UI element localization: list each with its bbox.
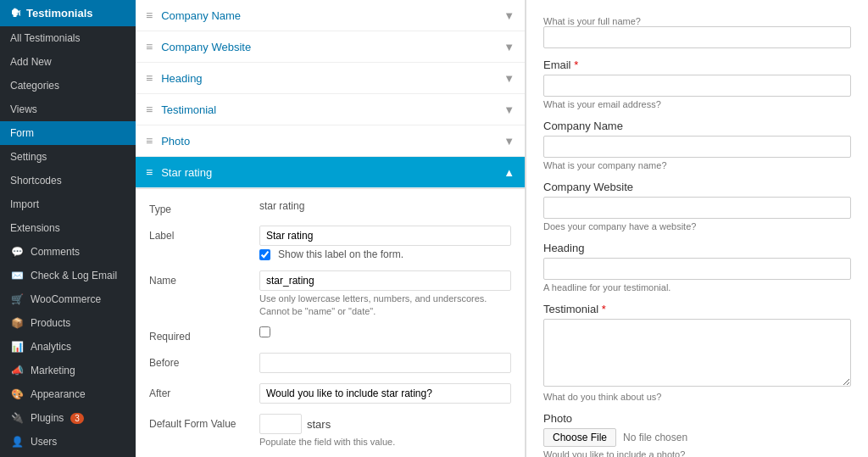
preview-heading-input[interactable] — [543, 258, 851, 280]
sidebar-item-extensions[interactable]: Extensions — [0, 216, 136, 240]
sidebar-item-tools[interactable]: 🔧 Tools — [0, 454, 136, 457]
required-field-label: Required — [149, 326, 259, 343]
sidebar-item-plugins[interactable]: 🔌 Plugins 3 — [0, 406, 136, 430]
preview-testimonial-textarea[interactable] — [543, 319, 851, 387]
preview-company-website: Company Website Does your company have a… — [543, 181, 851, 231]
sidebar-item-appearance[interactable]: 🎨 Appearance — [0, 382, 136, 406]
products-icon: 📦 — [10, 317, 24, 329]
name-hint-1: Use only lowercase letters, numbers, and… — [259, 293, 511, 304]
type-value: star rating — [259, 196, 304, 212]
default-form-stars-label: stars — [307, 418, 331, 431]
preview-fullname-input[interactable] — [543, 26, 851, 48]
sidebar-label-marketing: Marketing — [31, 365, 75, 376]
preview-photo: Photo Choose File No file chosen Would y… — [543, 412, 851, 457]
field-list: ≡ Company Name ▼ ≡ Company Website ▼ ≡ H… — [136, 0, 525, 189]
choose-file-button[interactable]: Choose File — [543, 428, 616, 447]
sidebar-item-marketing[interactable]: 📣 Marketing — [0, 359, 136, 382]
preview-fullname-hint: What is your full name? — [543, 16, 851, 26]
sidebar-item-woocommerce[interactable]: 🛒 WooCommerce — [0, 287, 136, 311]
field-label-company-website: Company Website — [161, 41, 504, 53]
detail-after-row: After — [149, 383, 511, 404]
woocommerce-icon: 🛒 — [10, 293, 24, 305]
sidebar-label-users: Users — [31, 436, 57, 448]
drag-handle-testimonial: ≡ — [146, 103, 153, 116]
field-label-photo: Photo — [161, 135, 504, 148]
sidebar-item-products[interactable]: 📦 Products — [0, 311, 136, 335]
detail-required-row: Required — [149, 326, 511, 343]
sidebar-item-add-new[interactable]: Add New — [0, 50, 136, 74]
form-editor-panel: ≡ Company Name ▼ ≡ Company Website ▼ ≡ H… — [136, 0, 526, 457]
chevron-star-rating: ▲ — [504, 166, 515, 179]
type-label: Type — [149, 199, 259, 215]
sidebar-item-users[interactable]: 👤 Users — [0, 430, 136, 454]
preview-company-name-label: Company Name — [543, 120, 851, 132]
preview-heading-hint: A headline for your testimonial. — [543, 282, 851, 293]
sidebar-item-form[interactable]: Form — [0, 121, 136, 145]
name-field-label: Name — [149, 270, 259, 287]
preview-company-name-hint: What is your company name? — [543, 160, 851, 170]
sidebar-item-views[interactable]: Views — [0, 98, 136, 121]
preview-company-website-input[interactable] — [543, 197, 851, 219]
preview-heading-label: Heading — [543, 242, 851, 254]
appearance-icon: 🎨 — [10, 388, 24, 400]
sidebar-item-shortcodes[interactable]: Shortcodes — [0, 169, 136, 192]
comments-icon: 💬 — [10, 246, 24, 258]
sidebar-item-analytics[interactable]: 📊 Analytics — [0, 335, 136, 359]
required-checkbox[interactable] — [259, 326, 270, 337]
field-row-photo[interactable]: ≡ Photo ▼ — [136, 125, 525, 157]
sidebar-label-products: Products — [31, 317, 70, 329]
sidebar-item-comments[interactable]: 💬 Comments — [0, 240, 136, 264]
detail-before-row: Before — [149, 353, 511, 373]
field-row-heading[interactable]: ≡ Heading ▼ — [136, 63, 525, 94]
field-row-company-name[interactable]: ≡ Company Name ▼ — [136, 0, 525, 31]
sidebar: 🗣 Testimonials All Testimonials Add New … — [0, 0, 136, 457]
drag-handle-company-name: ≡ — [146, 8, 153, 22]
drag-handle-photo: ≡ — [146, 134, 153, 148]
preview-company-name-input[interactable] — [543, 136, 851, 158]
sidebar-item-all-testimonials[interactable]: All Testimonials — [0, 26, 136, 50]
drag-handle-star-rating: ≡ — [146, 165, 153, 179]
chevron-company-name: ▼ — [504, 9, 515, 22]
field-row-company-website[interactable]: ≡ Company Website ▼ — [136, 31, 525, 63]
after-input[interactable] — [259, 383, 511, 404]
email-check-icon: ✉️ — [10, 270, 24, 281]
sidebar-label-woocommerce: WooCommerce — [31, 293, 101, 305]
sidebar-item-settings[interactable]: Settings — [0, 145, 136, 169]
show-label-checkbox[interactable] — [259, 249, 270, 260]
default-form-stars-input[interactable] — [259, 414, 302, 434]
sidebar-item-check-log-email[interactable]: ✉️ Check & Log Email — [0, 264, 136, 287]
label-input[interactable] — [259, 226, 511, 246]
field-row-star-rating[interactable]: ≡ Star rating ▲ — [136, 157, 525, 188]
preview-photo-hint: Would you like to include a photo? — [543, 449, 851, 457]
sidebar-title: Testimonials — [26, 7, 93, 20]
preview-email-label: Email * — [543, 59, 851, 71]
plugins-badge: 3 — [70, 413, 84, 424]
name-input[interactable] — [259, 270, 511, 291]
field-label-testimonial: Testimonial — [161, 103, 504, 116]
sidebar-item-categories[interactable]: Categories — [0, 74, 136, 98]
marketing-icon: 📣 — [10, 365, 24, 376]
detail-name-row: Name Use only lowercase letters, numbers… — [149, 270, 511, 316]
drag-handle-company-website: ≡ — [146, 40, 153, 53]
main-area: ≡ Company Name ▼ ≡ Company Website ▼ ≡ H… — [136, 0, 868, 457]
show-label-checkbox-row[interactable]: Show this label on the form. — [259, 248, 511, 260]
chevron-company-website: ▼ — [504, 41, 515, 53]
preview-email-input[interactable] — [543, 75, 851, 97]
users-icon: 👤 — [10, 436, 24, 448]
analytics-icon: 📊 — [10, 341, 24, 353]
sidebar-label-analytics: Analytics — [31, 341, 71, 353]
detail-label-row: Label Show this label on the form. — [149, 226, 511, 260]
show-label-text: Show this label on the form. — [278, 248, 403, 260]
after-field-label: After — [149, 383, 259, 399]
before-input[interactable] — [259, 353, 511, 373]
sidebar-item-import[interactable]: Import — [0, 192, 136, 216]
preview-email: Email * What is your email address? — [543, 59, 851, 109]
sidebar-header: 🗣 Testimonials — [0, 0, 136, 26]
sidebar-label-plugins: Plugins — [31, 412, 64, 424]
field-detail-panel: Type star rating Label Show this label o… — [136, 189, 525, 457]
photo-upload-row: Choose File No file chosen — [543, 428, 851, 447]
preview-testimonial: Testimonial * What do you think about us… — [543, 303, 851, 402]
preview-testimonial-label: Testimonial * — [543, 303, 851, 315]
field-label-star-rating: Star rating — [161, 166, 504, 179]
field-row-testimonial[interactable]: ≡ Testimonial ▼ — [136, 94, 525, 125]
